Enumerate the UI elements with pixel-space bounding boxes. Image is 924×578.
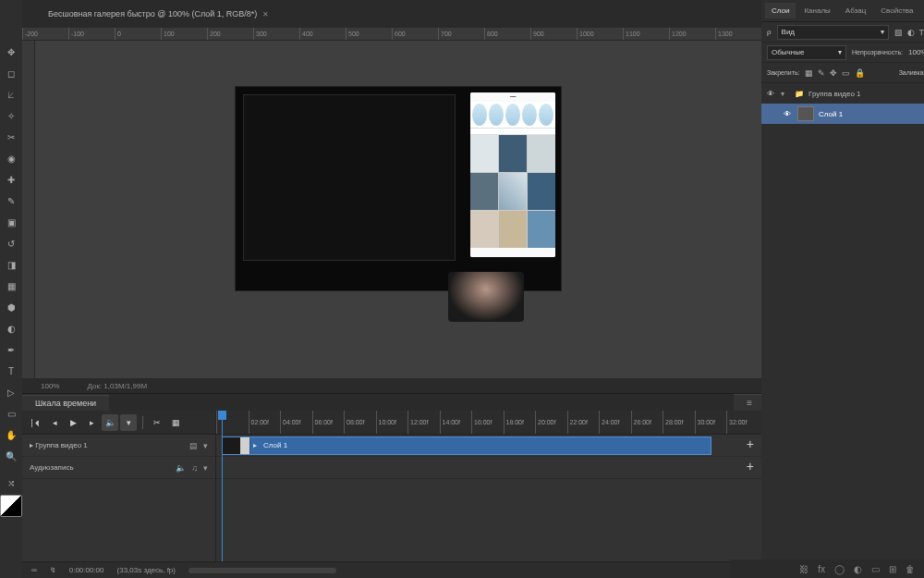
lock-brush-icon[interactable]: ✎ xyxy=(818,68,825,78)
canvas-presenter-face xyxy=(448,272,524,322)
close-tab-icon[interactable]: ✕ xyxy=(262,10,269,18)
hand-tool[interactable]: ✋ xyxy=(2,425,20,444)
doc-size: Док: 1,03M/1,99M xyxy=(87,382,147,390)
layers-panel: Слои Каналы Абзац Свойства История Корре… xyxy=(761,0,924,578)
blur-tool[interactable]: ⬢ xyxy=(2,298,20,316)
play-button[interactable]: ▶ xyxy=(65,414,81,431)
group-icon[interactable]: ▭ xyxy=(871,564,880,574)
loop-icon[interactable]: ∞ xyxy=(31,566,37,574)
path-tool[interactable]: ▷ xyxy=(2,383,20,401)
delete-layer-icon[interactable]: 🗑 xyxy=(906,564,915,574)
pen-tool[interactable]: ✒ xyxy=(2,340,20,359)
lock-label: Закрепить: xyxy=(767,69,799,76)
transition-button[interactable]: ▦ xyxy=(167,414,184,431)
zoom-tool[interactable]: 🔍 xyxy=(2,447,20,465)
link-layers-icon[interactable]: ⛓ xyxy=(799,564,808,574)
settings-dropdown[interactable]: ▾ xyxy=(120,414,137,431)
mask-icon[interactable]: ◯ xyxy=(834,564,845,574)
track-menu-icon[interactable]: ▾ xyxy=(203,441,208,450)
stamp-tool[interactable]: ▣ xyxy=(2,213,20,231)
ruler-horizontal: -200-10001002003004005006007008009001000… xyxy=(22,28,761,41)
zoom-level[interactable]: 100% xyxy=(41,382,59,390)
audio-track-header[interactable]: Аудиозапись 🔈♫▾ xyxy=(22,457,215,479)
layer-item[interactable]: 👁 Слой 1 xyxy=(761,104,924,124)
timeline-menu-icon[interactable]: ≡ xyxy=(734,394,761,411)
timeline-panel: Шкала времени ≡ |⏴ ◂ ▶ ▸ 🔈 ▾ ✂ ▦ xyxy=(22,393,761,578)
lock-pixels-icon[interactable]: ▦ xyxy=(805,68,813,78)
filmstrip-icon[interactable]: ▤ xyxy=(189,441,198,450)
document-title: Бесшовная галерея быстро @ 100% (Слой 1,… xyxy=(48,9,257,18)
shape-tool[interactable]: ▭ xyxy=(2,404,20,423)
opacity-value[interactable]: 100% xyxy=(908,48,924,56)
visibility-toggle-icon[interactable]: 👁 xyxy=(782,110,793,118)
lock-all-icon[interactable]: 🔒 xyxy=(855,68,865,78)
ruler-vertical xyxy=(22,41,35,378)
fx-icon[interactable]: fx xyxy=(818,564,825,574)
lock-position-icon[interactable]: ✥ xyxy=(830,68,837,78)
add-audio-button[interactable]: + xyxy=(747,459,754,473)
layer-name: Слой 1 xyxy=(819,110,843,118)
music-icon[interactable]: ♫ xyxy=(191,463,198,473)
canvas-area[interactable]: ━━━ xyxy=(35,41,761,378)
filter-image-icon[interactable]: ▧ xyxy=(894,28,903,37)
tab-layers[interactable]: Слои xyxy=(765,3,796,18)
fill-label: Заливка: xyxy=(899,69,924,76)
canvas[interactable]: ━━━ xyxy=(236,87,561,290)
timeline-zoom-slider[interactable] xyxy=(188,568,336,573)
layer-group[interactable]: 👁 ▾ 📁 Группа видео 1 xyxy=(761,83,924,104)
audio-mute-icon[interactable]: 🔈 xyxy=(176,463,186,473)
opacity-label: Непрозрачность: xyxy=(852,49,903,55)
wand-tool[interactable]: ✧ xyxy=(2,106,20,125)
canvas-phone-mockup: ━━━ xyxy=(470,92,555,257)
tab-channels[interactable]: Каналы xyxy=(797,3,836,18)
filter-adjust-icon[interactable]: ◐ xyxy=(907,28,915,37)
timeline-footer: ∞ ↯ 0:00:00:00 (33,03s здесь, fр) xyxy=(22,561,761,578)
adjustment-icon[interactable]: ◐ xyxy=(854,564,862,574)
blend-mode-dropdown[interactable]: Обычные▾ xyxy=(767,45,846,60)
audio-track-menu-icon[interactable]: ▾ xyxy=(203,463,208,473)
tools-panel: ✥ ◻ ⟀ ✧ ✂ ◉ ✚ ✎ ▣ ↺ ◨ ▦ ⬢ ◐ ✒ T ▷ ▭ ✋ 🔍 … xyxy=(0,0,22,578)
layer-thumbnail[interactable] xyxy=(797,106,814,121)
goto-first-frame-button[interactable]: |⏴ xyxy=(28,414,44,431)
frames-info: (33,03s здесь, fр) xyxy=(117,566,176,574)
timecode[interactable]: 0:00:00:00 xyxy=(69,566,104,574)
tab-paragraph[interactable]: Абзац xyxy=(839,3,872,18)
timeline-ruler[interactable]: 02:00f04:00f06:00f08:00f10:00f12:00f14:0… xyxy=(216,411,761,435)
type-tool[interactable]: T xyxy=(2,362,20,380)
document-tab[interactable]: Бесшовная галерея быстро @ 100% (Слой 1,… xyxy=(39,3,278,25)
lasso-tool[interactable]: ⟀ xyxy=(2,85,20,104)
history-brush-tool[interactable]: ↺ xyxy=(2,234,20,252)
color-swatch[interactable] xyxy=(0,495,22,517)
dodge-tool[interactable]: ◐ xyxy=(2,319,20,338)
layer-filter-dropdown[interactable]: Вид▾ xyxy=(777,25,889,40)
add-media-button[interactable]: + xyxy=(747,437,754,451)
crop-tool[interactable]: ✂ xyxy=(2,128,20,146)
render-icon[interactable]: ↯ xyxy=(50,566,56,574)
eraser-tool[interactable]: ◨ xyxy=(2,255,20,274)
group-name: Группа видео 1 xyxy=(808,90,861,98)
video-clip[interactable]: ▸ Слой 1 xyxy=(222,437,711,455)
mute-button[interactable]: 🔈 xyxy=(102,414,118,431)
visibility-toggle-icon[interactable]: 👁 xyxy=(765,90,776,98)
document-tabs: Бесшовная галерея быстро @ 100% (Слой 1,… xyxy=(22,0,761,28)
timeline-tab[interactable]: Шкала времени xyxy=(22,395,109,411)
lock-artboard-icon[interactable]: ▭ xyxy=(842,68,850,78)
split-clip-button[interactable]: ✂ xyxy=(149,414,165,431)
prev-frame-button[interactable]: ◂ xyxy=(46,414,63,431)
eyedropper-tool[interactable]: ◉ xyxy=(2,149,20,167)
brush-tool[interactable]: ✎ xyxy=(2,191,20,210)
tab-properties[interactable]: Свойства xyxy=(874,3,919,18)
new-layer-icon[interactable]: ⊞ xyxy=(889,564,896,574)
next-frame-button[interactable]: ▸ xyxy=(83,414,100,431)
clip-expand-icon[interactable]: ▸ xyxy=(250,441,260,449)
gradient-tool[interactable]: ▦ xyxy=(2,277,20,295)
swap-colors-icon[interactable]: ⤭ xyxy=(2,473,20,492)
playhead[interactable] xyxy=(222,411,223,561)
filter-type-icon[interactable]: T xyxy=(919,28,925,37)
panel-tabs: Слои Каналы Абзац Свойства История Корре… xyxy=(761,0,924,22)
move-tool[interactable]: ✥ xyxy=(2,43,20,61)
heal-tool[interactable]: ✚ xyxy=(2,170,20,189)
collapse-icon[interactable]: ▾ xyxy=(781,90,790,98)
marquee-tool[interactable]: ◻ xyxy=(2,64,20,82)
video-track-header[interactable]: ▸ Группа видео 1 ▤▾ xyxy=(22,435,215,457)
